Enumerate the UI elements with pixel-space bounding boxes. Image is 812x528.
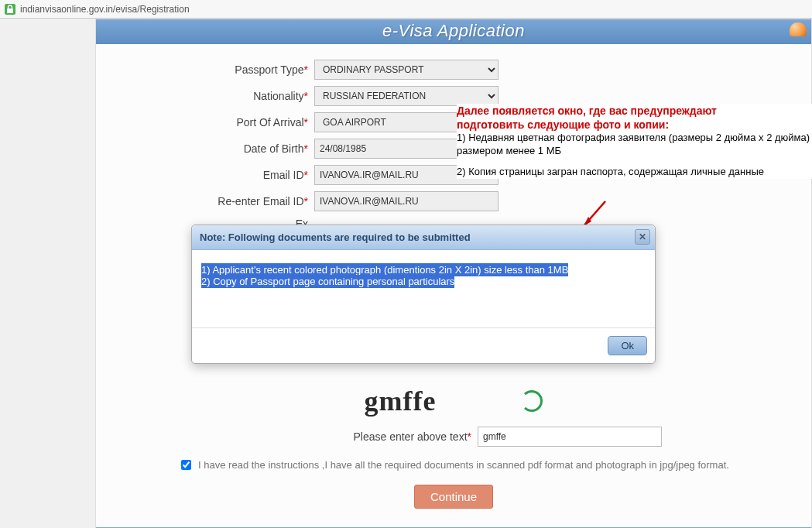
modal-body: 1) Applicant's recent colored photograph… [192,250,655,327]
agree-text: I have read the instructions ,I have all… [198,459,729,471]
annotation-overlay: Далее появляется окно, где вас предупреж… [457,104,812,179]
annotation-red-2: подготовить следующие фото и копии: [457,118,812,132]
label-email2: Re-enter Email ID [218,195,303,207]
agree-checkbox[interactable] [181,460,191,470]
url-text: indianvisaonline.gov.in/evisa/Registrati… [20,4,190,15]
lock-icon [5,4,15,15]
banner-title: e-Visa Application [382,21,525,40]
modal-ok-button[interactable]: Ok [608,336,647,355]
refresh-captcha-icon[interactable] [521,390,543,412]
banner-top: e-Visa Application [96,19,811,44]
address-bar[interactable]: indianvisaonline.gov.in/evisa/Registrati… [0,0,812,19]
passport-type-select[interactable]: ORDINARY PASSPORT [314,60,499,80]
modal-title-bar: Note: Following documents are required t… [192,225,655,250]
svg-rect-0 [7,9,13,13]
label-dob: Date of Birth [244,142,304,155]
captcha-image: gmffe [365,385,437,417]
annotation-item-1: 1) Недавняя цветная фотография заявителя… [457,132,812,158]
modal-dialog: Note: Following documents are required t… [191,225,656,364]
label-email: Email ID [263,169,304,181]
email2-input[interactable] [314,191,499,211]
label-nationality: Nationality [253,90,303,102]
home-icon[interactable] [790,22,807,36]
modal-close-button[interactable]: ✕ [635,229,650,245]
modal-line-2: 2) Copy of Passport page containing pers… [201,275,454,288]
modal-title: Note: Following documents are required t… [200,231,471,243]
label-passport-type: Passport Type [235,63,303,76]
continue-button[interactable]: Continue [414,485,493,509]
annotation-item-2: 2) Копия страницы загран паспорта, содер… [457,166,812,179]
label-port: Port Of Arrival [236,116,303,129]
label-captcha-enter: Please enter above text [353,430,467,443]
annotation-red-1: Далее появляется окно, где вас предупреж… [457,104,812,118]
captcha-input[interactable] [478,427,662,447]
